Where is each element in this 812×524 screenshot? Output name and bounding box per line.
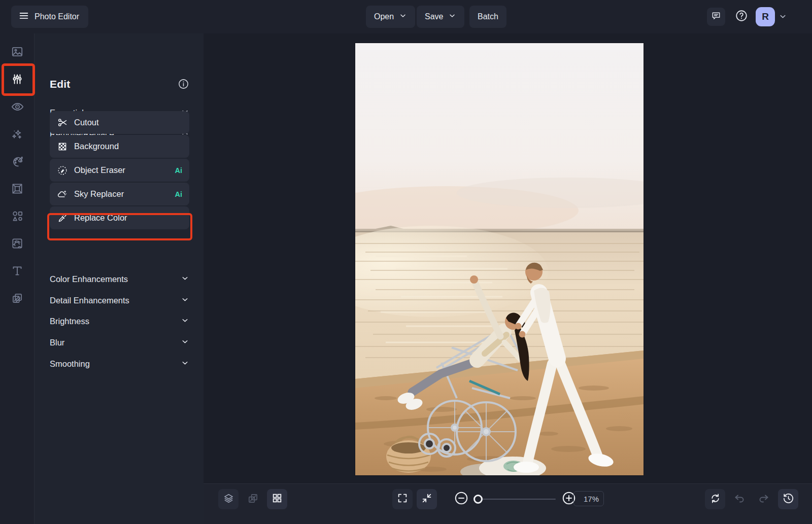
fullscreen-icon [397, 493, 408, 506]
tool-label: Object Eraser [74, 165, 125, 175]
chevron-down-icon [181, 337, 189, 348]
history-icon [783, 493, 794, 506]
save-label: Save [425, 12, 443, 21]
section-color-enhancements[interactable]: Color Enhancements [50, 271, 189, 287]
grid-view-button[interactable] [267, 489, 287, 509]
batch-button[interactable]: Batch [469, 6, 506, 28]
canvas-area[interactable] [204, 33, 812, 483]
tool-label: Background [74, 142, 119, 151]
fit-screen-button[interactable] [417, 489, 437, 509]
sidebar-item-adjust[interactable] [6, 69, 28, 91]
layers-button[interactable] [218, 489, 239, 509]
object-eraser-icon [57, 165, 68, 176]
avatar-initial: R [762, 11, 769, 22]
image-icon [11, 45, 24, 60]
tool-replace-color[interactable]: Replace Color [50, 206, 189, 229]
reset-button[interactable] [705, 489, 725, 509]
sliders-icon [11, 73, 24, 88]
left-toolbar [0, 33, 35, 524]
tool-object-eraser[interactable]: Object Eraser Ai [50, 159, 189, 182]
section-blur[interactable]: Blur [50, 334, 189, 351]
frame-icon [11, 182, 24, 197]
feedback-button[interactable] [707, 8, 725, 26]
shapes-icon [11, 209, 24, 225]
chevron-down-icon [181, 359, 189, 369]
section-detail-enhancements[interactable]: Detail Enhancements [50, 292, 189, 308]
sidebar-item-duplicate[interactable] [6, 288, 28, 310]
sidebar-item-text[interactable] [6, 261, 28, 283]
tool-cutout[interactable]: Cutout [50, 111, 189, 134]
grid-icon [272, 493, 283, 506]
chevron-down-icon [181, 316, 189, 327]
edit-panel: Edit Essentials Remove/Replace /* rows a… [35, 33, 204, 524]
info-icon[interactable] [178, 78, 189, 92]
zoom-level-value: 17% [584, 495, 599, 503]
sparkles-icon [11, 127, 24, 143]
save-button[interactable]: Save [417, 6, 464, 28]
redo-icon [758, 492, 770, 506]
help-icon [735, 9, 748, 24]
texture-icon [11, 237, 24, 252]
chat-icon [711, 11, 721, 23]
chevron-down-icon [181, 274, 189, 285]
avatar[interactable]: R [756, 7, 775, 26]
tool-label: Replace Color [74, 213, 127, 223]
history-button[interactable] [778, 489, 798, 509]
ai-badge: Ai [175, 190, 183, 198]
palette-icon [11, 155, 24, 170]
section-label: Brightness [50, 317, 89, 326]
eye-icon [11, 100, 24, 116]
fit-screen-icon [421, 493, 432, 506]
sidebar-item-elements[interactable] [6, 206, 28, 228]
zoom-out-button[interactable] [451, 489, 471, 509]
scissors-icon [57, 117, 68, 128]
zoom-slider-handle[interactable] [473, 495, 483, 504]
open-label: Open [374, 12, 394, 21]
sky-replacer-icon [57, 189, 68, 200]
sync-icon [709, 493, 721, 506]
checkerboard-icon [57, 142, 68, 152]
main-menu-button[interactable]: Photo Editor [11, 6, 88, 28]
redo-button [754, 489, 774, 509]
tool-sky-replacer[interactable]: Sky Replacer Ai [50, 183, 189, 205]
section-brightness[interactable]: Brightness [50, 313, 189, 329]
sidebar-item-effects[interactable] [6, 124, 28, 146]
batch-label: Batch [478, 12, 498, 21]
section-label: Smoothing [50, 359, 90, 369]
section-label: Detail Enhancements [50, 296, 129, 305]
photo-canvas[interactable] [355, 43, 644, 475]
undo-icon [733, 492, 746, 506]
undo-button [729, 489, 750, 509]
sidebar-item-frames[interactable] [6, 179, 28, 201]
hamburger-icon [18, 10, 29, 23]
app-title: Photo Editor [35, 12, 79, 21]
sidebar-item-texture[interactable] [6, 233, 28, 256]
eyedropper-icon [57, 213, 68, 223]
section-smoothing[interactable]: Smoothing [50, 356, 189, 372]
chevron-down-icon [448, 12, 456, 22]
section-label: Blur [50, 338, 64, 347]
duplicate-icon [11, 292, 24, 307]
chevron-down-icon [181, 295, 189, 306]
text-icon [11, 264, 24, 280]
sidebar-item-photos[interactable] [6, 42, 28, 64]
chevron-down-icon [399, 12, 407, 22]
tool-label: Cutout [74, 118, 99, 127]
top-bar: Photo Editor Open Save Batch R [0, 0, 812, 33]
sidebar-item-retouch[interactable] [6, 96, 28, 119]
bottom-toolbar: 17% [204, 483, 812, 524]
zoom-level[interactable]: 17% [573, 491, 604, 506]
open-button[interactable]: Open [366, 6, 415, 28]
ai-badge: Ai [175, 166, 183, 174]
zoom-slider[interactable] [475, 499, 556, 500]
account-chevron-down-icon[interactable] [779, 12, 787, 23]
panel-title: Edit [50, 78, 70, 90]
help-button[interactable] [732, 8, 751, 26]
tool-background[interactable]: Background [50, 135, 189, 158]
layers-icon [223, 493, 234, 506]
fullscreen-button[interactable] [392, 489, 413, 509]
compare-button [243, 489, 263, 509]
sidebar-item-paint[interactable] [6, 151, 28, 173]
zoom-out-icon [454, 491, 469, 508]
compare-icon [247, 493, 259, 506]
